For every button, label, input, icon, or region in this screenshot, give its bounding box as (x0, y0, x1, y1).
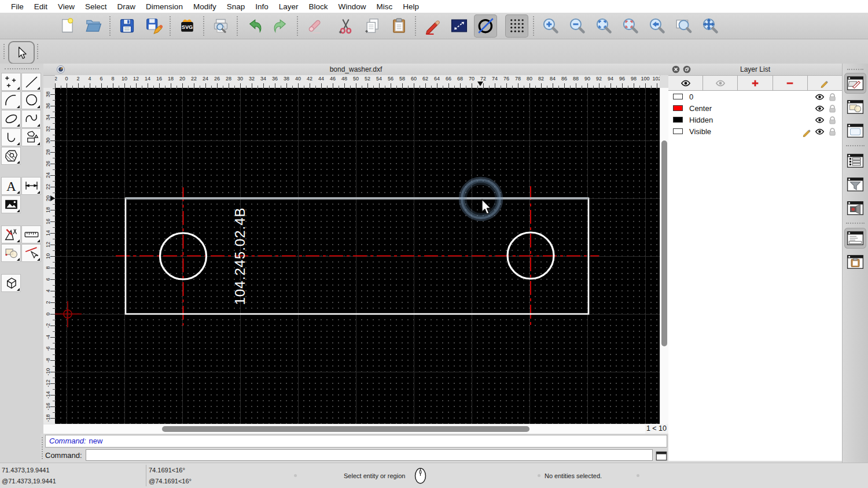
toolbar-drag-handle[interactable] (3, 44, 5, 59)
spline-tool[interactable] (21, 110, 41, 128)
zoom-selected-button[interactable] (619, 14, 642, 38)
save-as-button[interactable] (142, 14, 165, 38)
measure-tool[interactable] (21, 225, 41, 243)
new-file-button[interactable] (55, 14, 78, 38)
zoom-out-button[interactable] (565, 14, 589, 38)
undo-button[interactable] (242, 14, 266, 38)
zoom-in-button[interactable] (539, 14, 562, 38)
zoom-pan-button[interactable] (698, 14, 722, 38)
paste-button[interactable] (387, 14, 410, 38)
menu-file[interactable]: File (6, 2, 29, 11)
horizontal-scrollbar-thumb[interactable] (162, 426, 529, 432)
zoom-window-button[interactable] (672, 14, 695, 38)
zoom-previous-button[interactable] (645, 14, 668, 38)
clipboard-window-button[interactable] (844, 252, 866, 272)
draw-circle-button[interactable] (474, 14, 497, 38)
layer-visibility-eye-icon[interactable] (815, 116, 825, 124)
command-dock-handle[interactable] (42, 437, 43, 459)
menu-dimension[interactable]: Dimension (141, 2, 188, 11)
command-dock-toggle-button[interactable] (656, 450, 667, 460)
image-tool[interactable] (1, 195, 21, 213)
vertical-scrollbar[interactable] (660, 88, 668, 424)
block-tool[interactable] (1, 244, 21, 262)
command-line-window-button[interactable] (844, 228, 866, 249)
menu-misc[interactable]: Misc (372, 2, 398, 11)
menu-modify[interactable]: Modify (188, 2, 222, 11)
part-number-label[interactable]: 104.245.02.4B (232, 207, 248, 305)
menu-select[interactable]: Select (80, 2, 112, 11)
circle-tool[interactable] (21, 91, 41, 109)
cube3d-tool[interactable] (1, 274, 21, 292)
block-list-window-button[interactable] (844, 97, 866, 117)
horizontal-scrollbar[interactable] (43, 424, 645, 434)
menu-help[interactable]: Help (398, 2, 424, 11)
open-file-button[interactable] (82, 14, 105, 38)
entity-list-window-button[interactable] (844, 150, 866, 171)
select-window-button[interactable] (447, 14, 470, 38)
menu-info[interactable]: Info (250, 2, 274, 11)
relative-coordinates: @71.4373,19.9441 (2, 478, 56, 485)
layer-lock-icon[interactable] (827, 104, 837, 112)
layer-lock-icon[interactable] (827, 93, 837, 101)
grid-dots-button[interactable] (505, 14, 528, 38)
layer-row[interactable]: Hidden (668, 114, 842, 125)
menu-edit[interactable]: Edit (29, 2, 53, 11)
zoom-auto-button[interactable] (592, 14, 615, 38)
erase-button[interactable] (303, 14, 326, 38)
drawing-titlebar[interactable]: bond_washer.dxf (43, 64, 668, 76)
print-preview-button[interactable] (209, 14, 232, 38)
layer-row[interactable]: Visible (668, 125, 842, 137)
ruler-cursor-marker (477, 82, 483, 86)
layer-name: Center (689, 104, 812, 113)
hatch-tool[interactable] (1, 147, 21, 165)
layer-visibility-eye-icon[interactable] (815, 127, 825, 135)
menu-layer[interactable]: Layer (274, 2, 304, 11)
menu-draw[interactable]: Draw (112, 2, 141, 11)
palette-drag-handle[interactable] (5, 68, 39, 69)
dock-drag-handle[interactable] (847, 69, 863, 70)
remove-layer-button[interactable] (773, 76, 808, 90)
draw-pencil-button[interactable] (421, 14, 444, 38)
polyline-tool[interactable] (1, 128, 21, 146)
save-button[interactable] (115, 14, 138, 38)
layer-visibility-eye-icon[interactable] (815, 104, 825, 112)
layer-visibility-eye-icon[interactable] (815, 93, 825, 101)
command-input[interactable] (86, 449, 653, 461)
float-panel-icon[interactable] (683, 65, 691, 73)
select-pointer-button[interactable] (8, 41, 35, 64)
layer-lock-icon[interactable] (827, 116, 837, 124)
close-icon[interactable] (672, 65, 680, 73)
export-svg-button[interactable]: SVG (175, 14, 198, 38)
line-tool[interactable] (21, 73, 41, 91)
hide-all-layers-button[interactable] (703, 76, 738, 90)
menu-snap[interactable]: Snap (222, 2, 251, 11)
toolbar-drag-handle[interactable] (37, 44, 38, 59)
cut-button[interactable] (334, 14, 357, 38)
selection-filter-window-button[interactable] (844, 174, 866, 195)
layer-lock-icon[interactable] (827, 127, 837, 135)
library-browser-window-button[interactable] (844, 120, 866, 141)
menu-window[interactable]: Window (333, 2, 372, 11)
redo-button[interactable] (269, 14, 292, 38)
dimension-tool[interactable] (21, 177, 41, 195)
layer-row[interactable]: Center (668, 102, 842, 114)
layer-list-titlebar[interactable]: Layer List (668, 64, 842, 76)
show-all-layers-button[interactable] (668, 76, 703, 90)
vertical-scrollbar-thumb[interactable] (661, 141, 667, 346)
ellipse-tool[interactable] (1, 110, 21, 128)
device-window-button[interactable] (844, 198, 866, 219)
text-tool[interactable]: A (1, 177, 21, 195)
points-tool[interactable] (1, 73, 21, 91)
layer-row[interactable]: 0 (668, 91, 842, 102)
arc-tool[interactable] (1, 91, 21, 109)
layer-list-window-button[interactable] (844, 73, 866, 94)
select-entity-tool[interactable] (21, 244, 41, 262)
modify-tool[interactable] (1, 225, 21, 243)
copy-button[interactable] (361, 14, 384, 38)
add-layer-button[interactable] (738, 76, 773, 90)
menu-block[interactable]: Block (304, 2, 333, 11)
drawing-canvas[interactable]: 104.245.02.4B (55, 88, 660, 424)
menu-view[interactable]: View (53, 2, 80, 11)
polygon-tool[interactable] (21, 128, 41, 146)
edit-layer-button[interactable] (808, 76, 842, 90)
